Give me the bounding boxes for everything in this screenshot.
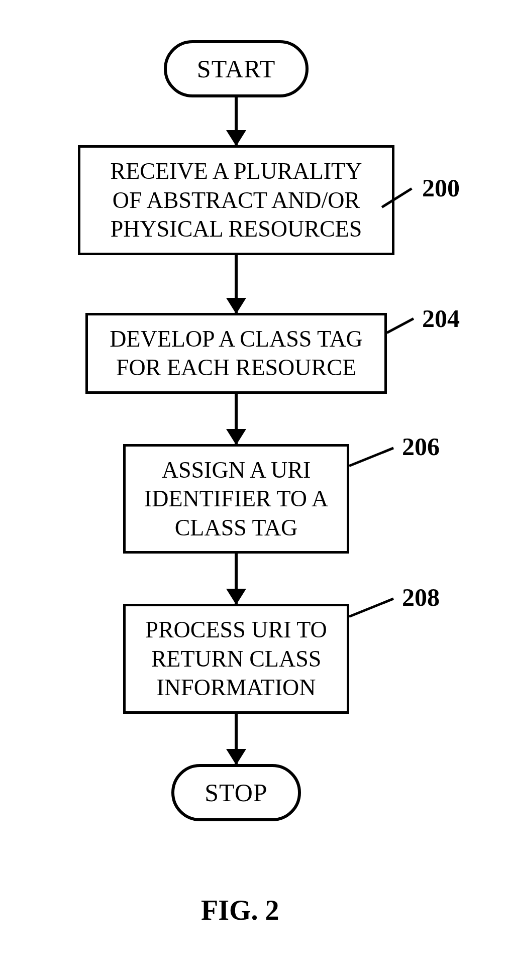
arrow [235,714,238,764]
process-step-3: PROCESS URI TO RETURN CLASS INFORMATION [123,604,349,714]
arrow [235,394,238,444]
arrow [235,554,238,604]
process-step-0-text: RECEIVE A PLURALITY OF ABSTRACT AND/OR P… [111,158,362,242]
stop-label: STOP [205,779,267,807]
process-step-3-text: PROCESS URI TO RETURN CLASS INFORMATION [145,617,327,700]
process-step-1-text: DEVELOP A CLASS TAG FOR EACH RESOURCE [110,326,363,381]
process-step-1: DEVELOP A CLASS TAG FOR EACH RESOURCE [85,313,387,394]
flowchart: START RECEIVE A PLURALITY OF ABSTRACT AN… [55,40,417,821]
start-terminator: START [164,40,309,97]
process-step-0: RECEIVE A PLURALITY OF ABSTRACT AND/OR P… [78,145,394,255]
start-label: START [197,55,275,83]
arrow [235,255,238,313]
ref-label-200: 200 [422,173,460,202]
ref-label-208: 208 [402,583,440,612]
ref-label-204: 204 [422,304,460,333]
figure-caption: FIG. 2 [201,894,279,926]
process-step-2: ASSIGN A URI IDENTIFIER TO A CLASS TAG [123,444,349,554]
arrow [235,97,238,145]
process-step-2-text: ASSIGN A URI IDENTIFIER TO A CLASS TAG [144,457,328,540]
stop-terminator: STOP [171,764,300,821]
ref-label-206: 206 [402,432,440,461]
